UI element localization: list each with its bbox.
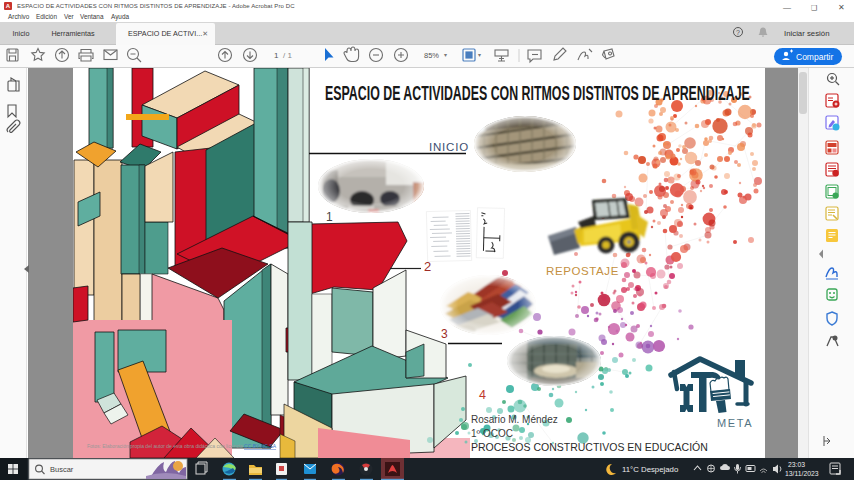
svg-text:2: 2: [424, 259, 431, 274]
svg-text:Buscar: Buscar: [50, 465, 74, 474]
svg-text:Fotos: Elaboración propia del: Fotos: Elaboración propia del autor de e…: [87, 443, 277, 449]
svg-text:Rosario M. Méndez: Rosario M. Méndez: [471, 414, 558, 425]
svg-text:ESPACIO DE ACTIVIDADES CON RIT: ESPACIO DE ACTIVIDADES CON RITMOS DISTIN…: [325, 81, 750, 104]
svg-text:REPOSTAJE: REPOSTAJE: [546, 265, 619, 277]
svg-text:11°C Despejado: 11°C Despejado: [622, 465, 679, 474]
svg-text:▾: ▾: [478, 52, 481, 58]
svg-text:1º OCOC: 1º OCOC: [471, 428, 513, 439]
svg-text:23:03: 23:03: [788, 461, 805, 468]
svg-text:▾: ▾: [444, 52, 447, 58]
svg-text:13/11/2023: 13/11/2023: [785, 470, 819, 477]
svg-text:INICIO: INICIO: [429, 141, 469, 153]
svg-text:1: 1: [274, 51, 279, 60]
svg-text:4: 4: [479, 388, 486, 402]
svg-text:3: 3: [441, 327, 448, 341]
svg-text:Compartir: Compartir: [796, 52, 833, 62]
svg-text:85%: 85%: [424, 51, 439, 60]
svg-text:/ 1: / 1: [283, 51, 292, 60]
svg-text:1: 1: [326, 210, 333, 224]
svg-text:META: META: [717, 417, 753, 429]
svg-text:PROCESOS CONSTRUCTIVOS EN EDUC: PROCESOS CONSTRUCTIVOS EN EDUCACIÓN: [471, 441, 708, 453]
